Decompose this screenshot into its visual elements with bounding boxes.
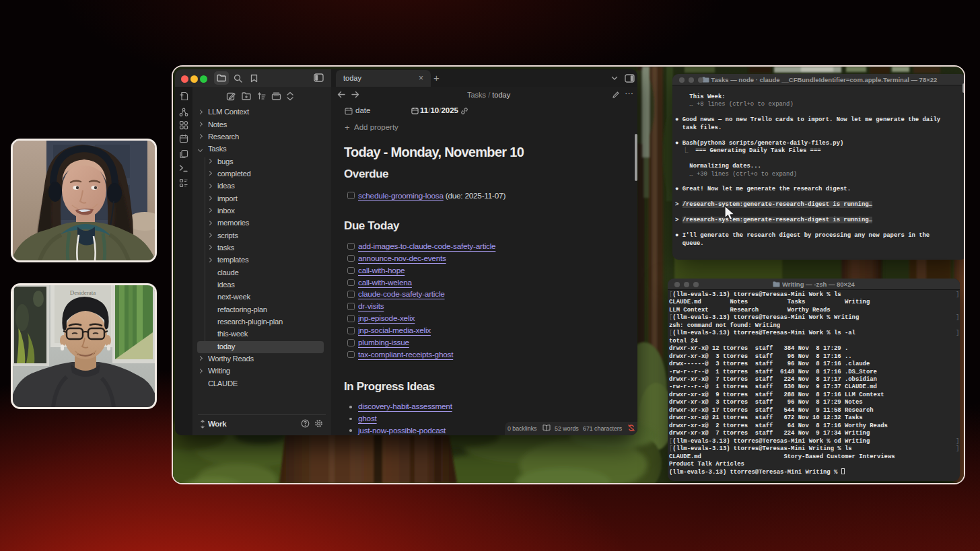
svg-text:Desiderata: Desiderata bbox=[70, 289, 96, 296]
